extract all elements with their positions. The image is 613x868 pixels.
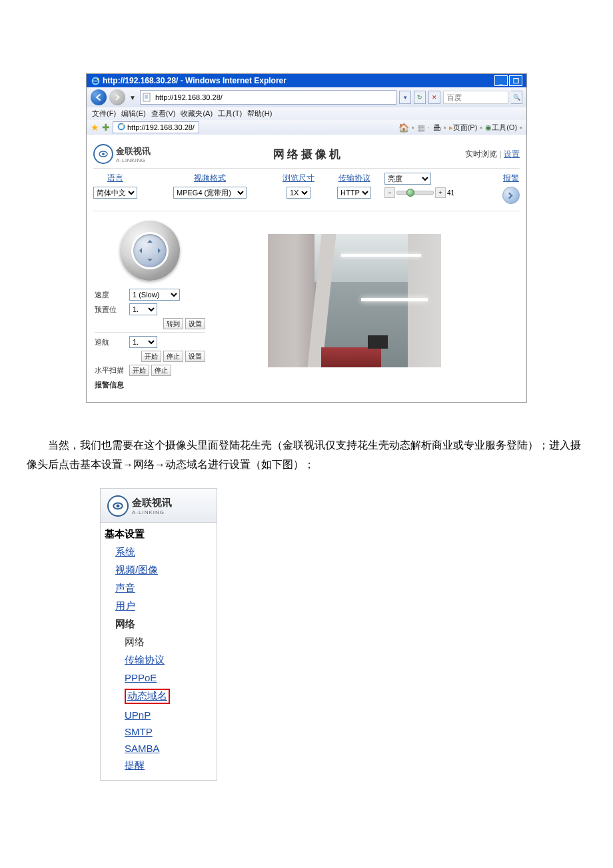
- back-button[interactable]: [91, 89, 107, 105]
- svg-point-8: [117, 504, 120, 507]
- hscan-stop-button[interactable]: 停止: [151, 365, 171, 376]
- page-title: 网络摄像机: [151, 147, 465, 162]
- svg-point-1: [97, 77, 99, 79]
- alarm-info-label: 报警信息: [93, 377, 207, 391]
- ptz-up-icon[interactable]: [147, 237, 153, 243]
- settings-logo-sub: A-LINKING: [132, 509, 172, 515]
- lang-label[interactable]: 语言: [107, 173, 123, 184]
- add-favorite-icon[interactable]: ✚: [102, 122, 110, 133]
- alarm-button[interactable]: [502, 187, 520, 204]
- menu-audio[interactable]: 声音: [115, 582, 135, 593]
- nav-toolbar: ▼ ▾ ↻ ✕ 🔍: [87, 87, 526, 107]
- menu-help[interactable]: 帮助(H): [247, 109, 272, 119]
- preset-set-button[interactable]: 设置: [185, 318, 205, 329]
- proto-select[interactable]: HTTP: [337, 187, 371, 199]
- size-label[interactable]: 浏览尺寸: [283, 173, 314, 184]
- titlebar-text: http://192.168.30.28/ - Windows Internet…: [103, 76, 287, 85]
- menu-view[interactable]: 查看(V): [151, 109, 176, 119]
- brightness-value: 41: [447, 189, 454, 197]
- menu-network-sub[interactable]: 网络: [125, 636, 145, 647]
- menu-network[interactable]: 网络: [115, 618, 135, 629]
- settings-logo-text: 金联视讯: [132, 497, 172, 509]
- feeds-icon[interactable]: ▦: [417, 123, 425, 133]
- realtime-label: 实时浏览: [465, 149, 497, 159]
- print-icon[interactable]: 🖶: [432, 123, 441, 133]
- page-icon: [143, 93, 152, 102]
- menu-pppoe[interactable]: PPPoE: [125, 672, 157, 683]
- svg-point-4: [123, 124, 125, 126]
- preset-goto-button[interactable]: 转到: [163, 318, 183, 329]
- svg-point-6: [102, 153, 105, 155]
- menu-ddns[interactable]: 动态域名: [127, 690, 167, 701]
- speed-label: 速度: [93, 287, 128, 302]
- cruise-stop-button[interactable]: 停止: [163, 351, 183, 362]
- settings-logo-icon: [107, 495, 129, 517]
- browser-tab[interactable]: http://192.168.30.28/: [113, 121, 199, 133]
- brightness-plus[interactable]: +: [435, 187, 446, 198]
- favorites-icon[interactable]: ★: [91, 122, 99, 133]
- cruise-start-button[interactable]: 开始: [141, 351, 161, 362]
- menu-file[interactable]: 文件(F): [92, 109, 116, 119]
- brightness-select[interactable]: 亮度: [384, 173, 431, 185]
- size-select[interactable]: 1X: [287, 187, 310, 199]
- speed-select[interactable]: 1 (Slow): [129, 289, 180, 301]
- brightness-slider[interactable]: [396, 191, 434, 195]
- settings-link[interactable]: 设置: [504, 149, 520, 159]
- menu-video[interactable]: 视频/图像: [115, 564, 158, 575]
- hscan-label: 水平扫描: [93, 363, 128, 377]
- ptz-right-icon[interactable]: [158, 248, 163, 253]
- menu-edit[interactable]: 编辑(E): [121, 109, 146, 119]
- menu-smtp[interactable]: SMTP: [125, 726, 153, 737]
- menu-protocol[interactable]: 传输协议: [125, 654, 165, 665]
- menu-alert[interactable]: 提醒: [125, 759, 145, 771]
- ptz-panel: 速度 1 (Slow) 预置位 1. 转到 设置 巡航 1. 开始: [93, 217, 207, 391]
- tools-menu[interactable]: ◉工具(O): [485, 123, 517, 133]
- home-icon[interactable]: 🏠: [398, 123, 409, 133]
- logo-subtext: A-LINKING: [116, 157, 151, 163]
- format-label[interactable]: 视频格式: [194, 173, 226, 184]
- minimize-button[interactable]: _: [494, 75, 508, 86]
- history-dropdown[interactable]: ▼: [128, 94, 137, 101]
- search-input[interactable]: [446, 93, 506, 102]
- camera-page: 金联视讯 A-LINKING 网络摄像机 实时浏览 | 设置 语言 简体中文: [87, 135, 526, 402]
- brightness-minus[interactable]: −: [384, 187, 395, 198]
- menu-system[interactable]: 系统: [115, 546, 135, 557]
- favorites-bar: ★ ✚ http://192.168.30.28/ 🏠▪ ▦· 🖶▪ ▸页面(P…: [87, 120, 526, 135]
- hscan-start-button[interactable]: 开始: [129, 365, 149, 376]
- format-select[interactable]: MPEG4 (宽带用): [173, 187, 247, 199]
- page-menu[interactable]: ▸页面(P): [449, 123, 478, 133]
- address-bar[interactable]: [140, 90, 396, 105]
- section-basic-settings: 基本设置: [101, 523, 217, 542]
- address-input[interactable]: [154, 93, 394, 102]
- alarm-label[interactable]: 报警: [503, 173, 519, 184]
- menu-user[interactable]: 用户: [115, 600, 135, 611]
- tab-title: http://192.168.30.28/: [127, 123, 195, 131]
- preset-select[interactable]: 1.: [129, 303, 157, 315]
- ptz-down-icon[interactable]: [147, 259, 153, 264]
- search-go-button[interactable]: 🔍: [511, 91, 522, 104]
- menubar: 文件(F) 编辑(E) 查看(V) 收藏夹(A) 工具(T) 帮助(H): [87, 107, 526, 120]
- video-preview: [268, 234, 441, 367]
- search-box[interactable]: [443, 91, 508, 104]
- ptz-left-icon[interactable]: [137, 248, 142, 253]
- lang-select[interactable]: 简体中文: [93, 187, 137, 199]
- camera-logo: 金联视讯 A-LINKING: [93, 144, 151, 164]
- settings-menu-screenshot: 金联视讯 A-LINKING 基本设置 系统 视频/图像 声音 用户 网络 网络…: [100, 488, 217, 781]
- menu-samba[interactable]: SAMBA: [125, 743, 160, 754]
- menu-favorites[interactable]: 收藏夹(A): [181, 109, 213, 119]
- menu-upnp[interactable]: UPnP: [125, 709, 151, 721]
- refresh-button[interactable]: ↻: [414, 91, 426, 104]
- header-links: 实时浏览 | 设置: [465, 149, 520, 160]
- proto-label[interactable]: 传输协议: [338, 173, 370, 184]
- cruise-set-button[interactable]: 设置: [185, 351, 205, 362]
- cruise-select[interactable]: 1.: [129, 336, 157, 348]
- menu-tools[interactable]: 工具(T): [218, 109, 242, 119]
- ie-icon: [91, 76, 100, 85]
- cruise-label: 巡航: [93, 335, 128, 349]
- stop-button[interactable]: ✕: [428, 91, 440, 104]
- tab-ie-icon: [117, 123, 125, 132]
- ptz-wheel[interactable]: [120, 221, 180, 281]
- maximize-button[interactable]: ❐: [509, 75, 522, 86]
- address-dropdown[interactable]: ▾: [399, 91, 411, 104]
- forward-button[interactable]: [109, 89, 125, 105]
